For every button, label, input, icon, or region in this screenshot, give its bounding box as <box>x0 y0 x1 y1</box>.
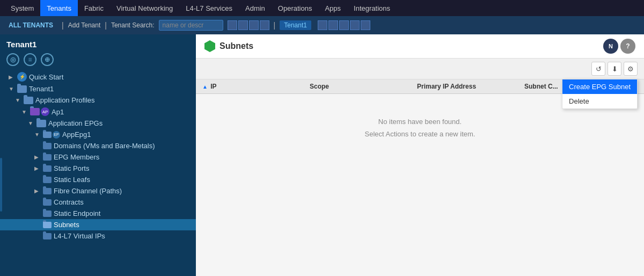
sidebar-item-label: Domains (VMs and Bare-Metals) <box>54 142 194 150</box>
sidebar-item-label: Application Profiles <box>35 96 194 104</box>
sidebar-item-epg-members[interactable]: ▶ EPG Members <box>0 151 196 163</box>
tenant-search-input[interactable] <box>159 20 223 31</box>
sidebar-item-label: Tenant1 <box>29 85 194 93</box>
arrow-icon: ▶ <box>34 188 41 194</box>
nav-item-fabric[interactable]: Fabric <box>78 0 110 16</box>
top-navigation: System Tenants Fabric Virtual Networking… <box>0 0 644 16</box>
arrow-icon: ▼ <box>15 97 21 103</box>
toolbar-icon-6[interactable] <box>328 20 338 30</box>
folder-icon <box>43 177 52 183</box>
sidebar-item-tenant1[interactable]: ▼ Tenant1 <box>0 83 196 95</box>
ap1-icon: AP <box>41 107 49 116</box>
sidebar-item-label: EPG Members <box>54 153 194 161</box>
toolbar-icon-8[interactable] <box>350 20 360 30</box>
settings-button[interactable]: ⚙ <box>624 62 638 76</box>
arrow-icon: ▶ <box>34 165 41 171</box>
sidebar-item-static-ports[interactable]: ▶ Static Ports <box>0 163 196 174</box>
add-tenant-link[interactable]: Add Tenant <box>68 21 101 29</box>
arrow-icon: ▶ <box>34 154 41 160</box>
sidebar-item-app-epgs[interactable]: ▼ Application EPGs <box>0 118 196 129</box>
ctrl-btn-add[interactable]: ⊕ <box>41 53 54 66</box>
col-scope-header[interactable]: Scope <box>310 83 417 90</box>
folder-icon <box>36 120 46 127</box>
nav-item-system[interactable]: System <box>4 0 40 16</box>
col-ip-label: IP <box>210 83 216 90</box>
sidebar-item-ap1[interactable]: ▼ AP Ap1 <box>0 106 196 118</box>
sidebar-item-static-leafs[interactable]: Static Leafs <box>0 174 196 185</box>
sep1: | <box>62 21 64 30</box>
empty-line1: No items have been found. <box>378 115 462 128</box>
col-primary-label: Primary IP Address <box>417 83 476 90</box>
nav-item-admin[interactable]: Admin <box>239 0 272 16</box>
header-btn-n[interactable]: N <box>603 39 618 54</box>
sidebar-item-static-endpoint[interactable]: Static Endpoint <box>0 208 196 219</box>
sidebar-item-fibre-channel[interactable]: ▶ Fibre Channel (Paths) <box>0 185 196 197</box>
sidebar-item-domains[interactable]: Domains (VMs and Bare-Metals) <box>0 140 196 151</box>
nav-item-integrations[interactable]: Integrations <box>347 0 397 16</box>
sidebar-item-subnets[interactable]: Subnets <box>0 219 196 230</box>
table-toolbar: ↺ ⬇ ⚙ Create EPG Subnet Delete <box>196 59 644 79</box>
folder-icon <box>43 143 52 149</box>
folder-icon <box>30 108 40 115</box>
sidebar-item-app-profiles[interactable]: ▼ Application Profiles <box>0 95 196 106</box>
nav-item-virtual-networking[interactable]: Virtual Networking <box>110 0 179 16</box>
content-header: Subnets N ? <box>196 34 644 59</box>
toolbar-icon-4[interactable] <box>260 20 269 30</box>
toolbar-icon-1[interactable] <box>228 20 237 30</box>
arrow-icon: ▼ <box>9 86 15 92</box>
sidebar-item-label: Application EPGs <box>48 119 194 127</box>
sidebar-controls: ◎ ≡ ⊕ <box>0 51 196 70</box>
ctrl-btn-list[interactable]: ≡ <box>24 53 36 66</box>
tenant1-tag[interactable]: Tenant1 <box>280 20 311 30</box>
toolbar-icon-group <box>228 20 269 30</box>
delete-item[interactable]: Delete <box>562 94 637 108</box>
nav-item-l4l7[interactable]: L4-L7 Services <box>179 0 239 16</box>
toolbar-icon-2[interactable] <box>238 20 248 30</box>
col-primary-header[interactable]: Primary IP Address <box>417 83 524 90</box>
col-subnet-label: Subnet C... <box>524 83 558 90</box>
content-area: Subnets N ? ↺ ⬇ ⚙ Create EPG Subnet Dele… <box>196 34 644 276</box>
ctrl-btn-circle[interactable]: ◎ <box>6 53 19 66</box>
sidebar-item-label: Static Endpoint <box>54 209 194 217</box>
nav-item-apps[interactable]: Apps <box>318 0 347 16</box>
sidebar-item-label: Ap1 <box>52 108 194 116</box>
sidebar-item-quick-start[interactable]: ▶ ⚡ Quick Start <box>0 70 196 83</box>
sidebar-item-contracts[interactable]: Contracts <box>0 197 196 208</box>
sep2: | <box>105 21 107 30</box>
sep3: | <box>274 21 276 30</box>
sidebar: Tenant1 ◎ ≡ ⊕ ▶ ⚡ Quick Start ▼ Tenant1 … <box>0 34 196 276</box>
toolbar-icon-group2 <box>318 20 370 30</box>
sidebar-item-appepg1[interactable]: ▼ EP AppEpg1 <box>0 129 196 140</box>
all-tenants-link[interactable]: ALL TENANTS <box>4 21 57 29</box>
sidebar-title: Tenant1 <box>0 34 196 51</box>
header-btn-help[interactable]: ? <box>620 39 635 54</box>
quick-start-icon: ⚡ <box>17 72 27 82</box>
actions-dropdown: Create EPG Subnet Delete <box>562 79 638 109</box>
arrow-icon: ▼ <box>28 120 34 126</box>
folder-icon <box>24 97 33 104</box>
nav-item-tenants[interactable]: Tenants <box>40 0 78 16</box>
folder-icon <box>43 222 52 228</box>
sidebar-item-label: Static Leafs <box>54 176 194 184</box>
toolbar-icon-7[interactable] <box>339 20 349 30</box>
toolbar-icon-9[interactable] <box>361 20 370 30</box>
folder-icon <box>43 154 52 161</box>
folder-icon <box>43 188 52 194</box>
second-toolbar: ALL TENANTS | Add Tenant | Tenant Search… <box>0 16 644 34</box>
refresh-button[interactable]: ↺ <box>591 62 605 76</box>
sidebar-item-label: Quick Start <box>29 73 194 81</box>
toolbar-icon-3[interactable] <box>249 20 259 30</box>
create-epg-subnet-item[interactable]: Create EPG Subnet <box>562 79 637 94</box>
download-button[interactable]: ⬇ <box>608 62 621 76</box>
arrow-icon: ▼ <box>21 109 28 115</box>
nav-item-operations[interactable]: Operations <box>272 0 319 16</box>
sidebar-item-l4l7-virtual[interactable]: L4-L7 Virtual IPs <box>0 230 196 242</box>
scroll-indicator <box>0 158 2 212</box>
page-title: Subnets <box>219 41 253 51</box>
toolbar-icon-5[interactable] <box>318 20 327 30</box>
col-ip-header[interactable]: ▲ IP <box>202 83 310 90</box>
folder-icon <box>43 199 52 206</box>
col-scope-label: Scope <box>310 83 329 90</box>
epg-icon: EP <box>53 131 60 139</box>
content-title: Subnets <box>204 40 253 52</box>
